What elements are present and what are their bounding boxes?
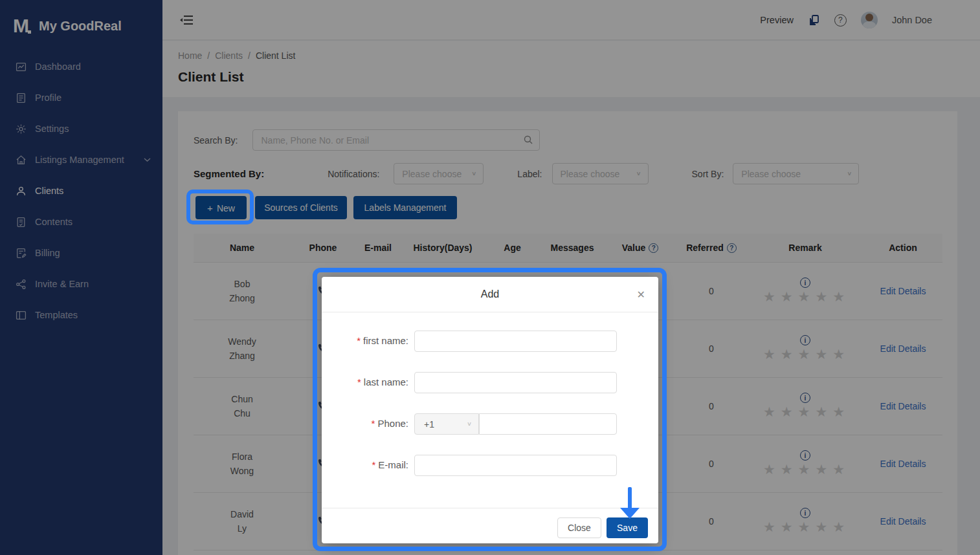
email-label-text: E-mail: xyxy=(378,459,408,470)
email-label: *E-mail: xyxy=(372,459,408,470)
first-name-label-text: first name: xyxy=(363,335,408,346)
phone-field[interactable] xyxy=(479,413,617,435)
add-client-modal: Add ✕ *first name: *last name: *Phone: +… xyxy=(322,277,658,543)
last-name-field[interactable] xyxy=(414,372,617,393)
required-mark: * xyxy=(372,459,375,470)
required-mark: * xyxy=(357,376,361,387)
email-field[interactable] xyxy=(414,455,617,476)
required-mark: * xyxy=(372,418,375,429)
phone-label-text: Phone: xyxy=(377,418,408,429)
close-icon[interactable]: ✕ xyxy=(637,288,645,301)
phone-label: *Phone: xyxy=(372,418,408,429)
save-button[interactable]: Save xyxy=(607,517,648,538)
last-name-label-text: last name: xyxy=(364,376,408,387)
first-name-row: *first name: xyxy=(322,331,658,352)
phone-row: *Phone: +1 ∨ xyxy=(322,413,658,435)
close-button[interactable]: Close xyxy=(557,517,601,538)
last-name-row: *last name: xyxy=(322,372,658,393)
first-name-field[interactable] xyxy=(414,331,617,352)
phone-prefix-value: +1 xyxy=(424,419,434,430)
last-name-label: *last name: xyxy=(357,376,408,387)
email-row: *E-mail: xyxy=(322,455,658,476)
chevron-down-icon: ∨ xyxy=(467,420,472,427)
phone-country-select[interactable]: +1 ∨ xyxy=(414,413,479,435)
modal-footer: Close Save xyxy=(322,508,658,543)
modal-title: Add xyxy=(481,288,499,300)
first-name-label: *first name: xyxy=(357,335,408,346)
modal-header: Add ✕ xyxy=(322,277,658,312)
required-mark: * xyxy=(357,335,361,346)
app-window: M My GoodReal Dashboard Profile Settings… xyxy=(0,0,980,555)
